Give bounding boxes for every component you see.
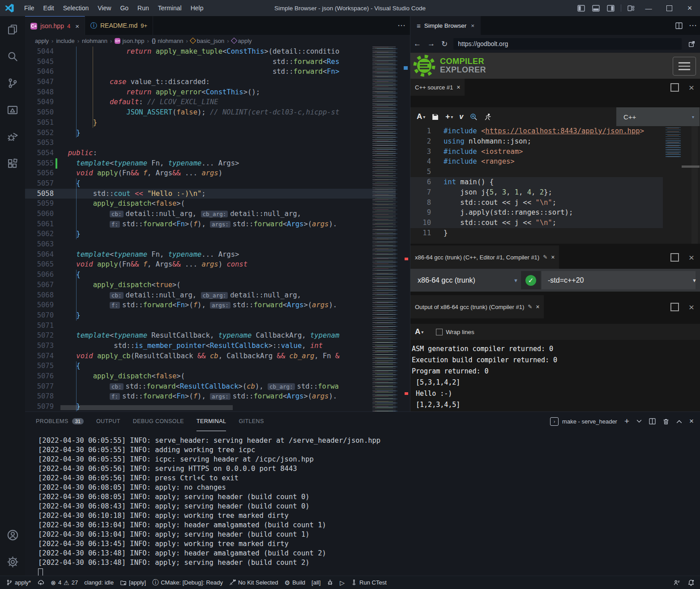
code-line[interactable]: 5069 f:std::forward<Fn>(f), args:std::fo… (25, 300, 396, 310)
kill-terminal-icon[interactable] (663, 418, 669, 425)
vim-mode-icon[interactable]: v (459, 113, 463, 121)
close-pane-icon[interactable]: × (689, 84, 694, 91)
breadcrumb-item[interactable]: nlohmann (158, 38, 183, 44)
code-line[interactable]: 5078 f:std::forward<Fn>(f), args:std::fo… (25, 391, 396, 402)
problems-item[interactable]: ⊗ 4 ⚠ 27 (51, 579, 78, 586)
close-tab-icon[interactable]: × (471, 22, 474, 29)
code-line[interactable]: 5066 { (25, 270, 396, 280)
code-line[interactable]: 5068 cb:detail::null_arg, cb_arg:detail:… (25, 290, 396, 301)
tab-problems[interactable]: PROBLEMS 31 (36, 412, 84, 431)
minimize-button[interactable]: — (638, 0, 659, 16)
toggle-secondary-sidebar-icon[interactable] (607, 5, 615, 12)
menu-go[interactable]: Go (115, 0, 133, 16)
code-line[interactable]: 5075 { (25, 361, 396, 371)
ce-code-line[interactable]: 10 std::cout << j << "\n"; (410, 218, 663, 228)
code-line[interactable]: 5051 } (25, 118, 396, 128)
code-line[interactable]: 5072 template<typename ResultCallback, t… (25, 331, 396, 341)
language-select[interactable]: C++ ▾ (616, 107, 700, 126)
save-icon[interactable] (431, 113, 439, 121)
menu-edit[interactable]: Edit (39, 0, 59, 16)
code-line[interactable]: 5046 std::forward<Fn> (25, 67, 396, 77)
compiler-pane-tab[interactable]: x86-64 gcc (trunk) (C++, Editor #1, Comp… (410, 246, 559, 269)
code-line[interactable]: 5073 std::is_member_pointer<ResultCallba… (25, 341, 396, 351)
forward-icon[interactable]: → (427, 39, 435, 48)
breadcrumb-item[interactable]: nlohmann (82, 38, 107, 44)
more-actions-icon[interactable]: ⋯ (689, 21, 697, 30)
compiler-select[interactable]: x86-64 gcc (trunk) (418, 276, 475, 284)
ce-source-editor[interactable]: 1#include <https://localhost:8443/apply/… (410, 126, 700, 244)
code-line[interactable]: 5062 } (25, 229, 396, 239)
ce-code-line[interactable]: 2using nlohmann::json; (410, 136, 663, 147)
url-input[interactable]: https://godbolt.org (453, 38, 682, 50)
terminal-dropdown-icon[interactable] (636, 420, 642, 423)
preview-warning-icon[interactable] (0, 98, 25, 122)
code-line[interactable]: 5065 void apply(Fn&& f, Args&& ... args)… (25, 259, 396, 270)
terminal-task-select[interactable]: › make - serve_header (550, 417, 617, 426)
quick-bench-icon[interactable] (484, 113, 491, 121)
code-line[interactable]: 5048 return apply_error<ConstThis>(); (25, 87, 396, 97)
notifications-bell-icon[interactable] (687, 579, 695, 586)
git-branch-item[interactable]: apply* (6, 579, 31, 586)
ce-code-line[interactable]: 5 (410, 167, 663, 177)
settings-gear-icon[interactable] (0, 550, 25, 573)
split-terminal-icon[interactable] (649, 418, 656, 424)
code-line[interactable]: 5070 } (25, 310, 396, 321)
toggle-panel-icon[interactable] (592, 5, 600, 12)
split-editor-icon[interactable] (675, 22, 683, 29)
close-pane-icon[interactable]: × (689, 254, 694, 261)
compiler-options-input[interactable]: -std=c++20 (542, 271, 696, 289)
code-line[interactable]: 5076 apply_dispatch<false>( (25, 371, 396, 381)
tab-output[interactable]: OUTPUT (96, 412, 120, 431)
code-line[interactable]: 5071 (25, 321, 396, 331)
zoom-search-icon[interactable] (470, 113, 478, 121)
horizontal-scrollbar[interactable] (60, 405, 233, 410)
build-target-item[interactable]: [all] (312, 579, 320, 586)
menu-run[interactable]: Run (133, 0, 154, 16)
code-line[interactable]: 5064 template<typename Fn, typename... A… (25, 250, 396, 260)
source-pane-tab[interactable]: C++ source #1 × (410, 79, 465, 96)
close-panel-icon[interactable]: × (689, 417, 694, 426)
more-actions-icon[interactable]: ⋯ (397, 16, 405, 35)
add-pane-icon[interactable]: +▾ (445, 112, 453, 121)
close-pane-icon[interactable]: × (689, 304, 694, 310)
code-line[interactable]: 5055 template<typename Fn, typename... A… (25, 158, 396, 169)
build-item[interactable]: ⚙ Build (285, 579, 305, 586)
code-line[interactable]: 5056 void apply(Fn&& f, Args&& ... args) (25, 168, 396, 178)
close-pane-icon[interactable]: × (536, 303, 539, 310)
reload-icon[interactable]: ↻ (441, 39, 448, 49)
close-tab-icon[interactable]: × (75, 22, 79, 30)
breadcrumb-item[interactable]: json.hpp (122, 38, 144, 44)
close-button[interactable]: × (679, 0, 700, 16)
tab-json-hpp[interactable]: C+ json.hpp 4 × (25, 16, 85, 35)
menu-view[interactable]: View (93, 0, 115, 16)
output-pane-tab[interactable]: Output of x86-64 gcc (trunk) (Compiler #… (410, 295, 544, 318)
launch-item[interactable]: ▷ (340, 579, 345, 586)
code-line[interactable]: 5077 cb:std::forward<ResultCallback>(cb)… (25, 381, 396, 392)
clangd-status-item[interactable]: clangd: idle (84, 579, 114, 586)
breadcrumb-item[interactable]: include (56, 38, 74, 44)
ce-code-line[interactable]: 1#include <https://localhost:8443/apply/… (410, 126, 663, 136)
close-pane-icon[interactable]: × (551, 254, 555, 261)
menu-terminal[interactable]: Terminal (154, 0, 186, 16)
maximize-panel-icon[interactable] (676, 420, 682, 424)
feedback-icon[interactable] (673, 579, 680, 586)
open-external-icon[interactable] (688, 40, 696, 48)
tab-debug-console[interactable]: DEBUG CONSOLE (133, 412, 184, 431)
ce-code-line[interactable]: 9 j.apply(std::ranges::sort); (410, 208, 663, 218)
menu-help[interactable]: Help (186, 0, 208, 16)
code-line[interactable]: 5057 { (25, 178, 396, 189)
maximize-pane-icon[interactable] (670, 303, 679, 311)
code-line[interactable]: 5053 (25, 138, 396, 148)
code-line[interactable]: 5060 cb:detail::null_arg, cb_arg:detail:… (25, 209, 396, 219)
tab-terminal[interactable]: TERMINAL (196, 412, 226, 431)
code-line[interactable]: 5058 std::cout << "Hello :-)\n"; (25, 189, 396, 199)
rename-pane-icon[interactable]: ✎ (528, 304, 532, 310)
cmake-status-item[interactable]: ⓘ CMake: [Debug]: Ready (152, 579, 223, 587)
ce-code-line[interactable]: 8 std::cout << j << "\n"; (410, 198, 663, 208)
breadcrumb-item[interactable]: apply (238, 38, 252, 44)
code-editor[interactable]: 5044 return apply_make_tuple<ConstThis>(… (25, 47, 396, 411)
menu-selection[interactable]: Selection (59, 0, 94, 16)
toggle-sidebar-icon[interactable] (577, 5, 585, 12)
code-line[interactable]: 5061 f:std::forward<Fn>(f), args:std::fo… (25, 219, 396, 229)
explorer-icon[interactable] (0, 18, 25, 41)
